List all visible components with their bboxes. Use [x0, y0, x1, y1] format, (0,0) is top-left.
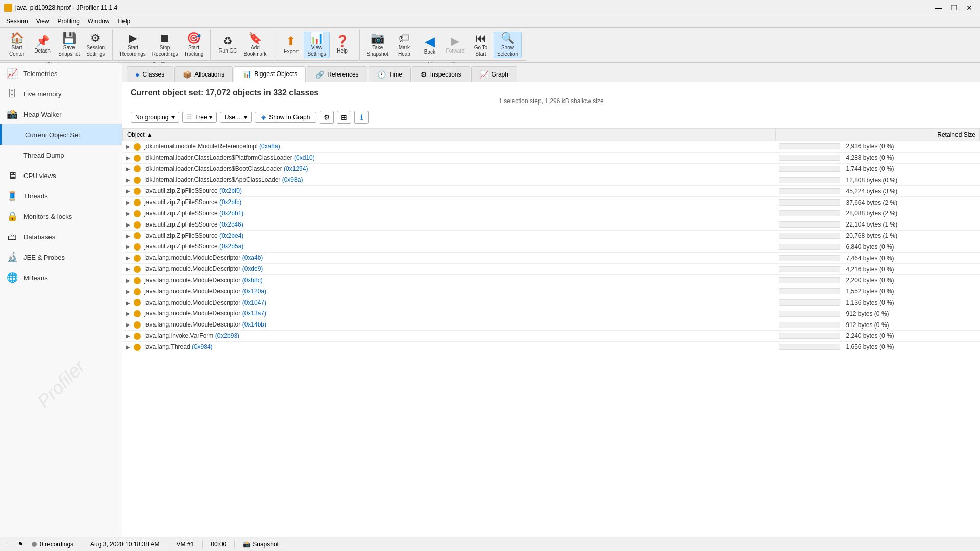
object-address: (0xde9)	[242, 265, 263, 272]
size-value: 2,200 bytes (0 %)	[846, 277, 894, 284]
column-retained-size[interactable]: Retained Size	[776, 129, 980, 141]
expand-icon[interactable]: ▶	[126, 155, 130, 161]
expand-icon[interactable]: ▶	[126, 199, 130, 205]
info-icon-button[interactable]: ℹ	[354, 111, 369, 124]
retained-size-cell: 2,200 bytes (0 %)	[776, 274, 980, 286]
menu-help[interactable]: Help	[114, 17, 135, 26]
take-snapshot-button[interactable]: 📷 TakeSnapshot	[364, 32, 391, 58]
back-button[interactable]: ◀ Back	[417, 32, 443, 58]
size-bar-background	[779, 322, 840, 328]
mark-heap-icon: 🏷	[399, 33, 410, 44]
filter-icon-button[interactable]: ⊞	[337, 111, 351, 124]
size-value: 4,216 bytes (0 %)	[846, 266, 894, 273]
object-table[interactable]: Object Retained Size ▶ jdk.internal.modu…	[122, 128, 980, 537]
expand-icon[interactable]: ▶	[126, 344, 130, 350]
sidebar-item-databases[interactable]: 🗃 Databases	[0, 227, 122, 247]
save-snapshot-button[interactable]: 💾 SaveSnapshot	[55, 32, 83, 58]
expand-icon[interactable]: ▶	[126, 222, 130, 228]
sidebar-item-jee-probes[interactable]: 🔬 JEE & Probes	[0, 247, 122, 267]
sidebar-item-monitors-locks[interactable]: 🔒 Monitors & locks	[0, 206, 122, 227]
snapshot-button[interactable]: 📸 Snapshot	[243, 541, 279, 548]
start-center-button[interactable]: 🏠 StartCenter	[4, 32, 30, 58]
use-button[interactable]: Use ... ▾	[220, 112, 252, 123]
size-bar-background	[779, 277, 840, 283]
tab-biggest-objects[interactable]: 📊 Biggest Objects	[234, 66, 306, 82]
start-tracking-button[interactable]: 🎯 StartTracking	[181, 32, 206, 58]
sidebar-item-threads[interactable]: 🧵 Threads	[0, 186, 122, 206]
size-bar-background	[779, 177, 840, 183]
expand-icon[interactable]: ▶	[126, 278, 130, 283]
expand-icon[interactable]: ▶	[126, 211, 130, 216]
object-address: (0xa4b)	[242, 254, 263, 261]
expand-icon[interactable]: ▶	[126, 311, 130, 316]
expand-icon[interactable]: ▶	[126, 233, 130, 239]
tab-time[interactable]: 🕐 Time	[369, 66, 411, 82]
sidebar-item-heap-walker[interactable]: 📸 Heap Walker	[0, 104, 122, 124]
object-name: java.util.zip.ZipFile$Source	[144, 221, 217, 228]
retained-size-cell: 1,136 bytes (0 %)	[776, 297, 980, 308]
tab-graph[interactable]: 📈 Graph	[471, 66, 517, 82]
thread-dump-icon	[6, 149, 18, 161]
minimize-button[interactable]: —	[932, 1, 945, 14]
take-snapshot-icon: 📷	[371, 33, 384, 44]
size-value: 20,768 bytes (1 %)	[846, 232, 898, 239]
settings-icon-button[interactable]: ⚙	[320, 111, 334, 124]
view-mode-dropdown[interactable]: ☰ Tree ▾	[182, 112, 216, 123]
size-bar-background	[779, 143, 840, 149]
close-button[interactable]: ✕	[963, 1, 976, 14]
object-cell: ▶ java.util.zip.ZipFile$Source (0x2c46)	[123, 219, 776, 230]
run-gc-button[interactable]: ♻ Run GC	[215, 32, 240, 58]
sidebar-item-current-object-set[interactable]: Current Object Set	[0, 124, 122, 145]
mark-heap-button[interactable]: 🏷 MarkHeap	[391, 32, 417, 58]
maximize-button[interactable]: ❐	[947, 1, 961, 14]
expand-icon[interactable]: ▶	[126, 144, 130, 149]
size-bar-background	[779, 255, 840, 261]
expand-icon[interactable]: ▶	[126, 300, 130, 306]
tab-allocations[interactable]: 📦 Allocations	[174, 66, 233, 82]
sidebar-item-mbeans[interactable]: 🌐 MBeans	[0, 267, 122, 288]
expand-icon[interactable]: ▶	[126, 177, 130, 183]
column-object[interactable]: Object	[123, 129, 776, 141]
export-button[interactable]: ⬆ Export	[278, 32, 304, 58]
tab-classes[interactable]: ● Classes	[127, 66, 173, 82]
expand-icon[interactable]: ▶	[126, 333, 130, 339]
export-group-label	[274, 60, 359, 63]
expand-icon[interactable]: ▶	[126, 188, 130, 194]
expand-icon[interactable]: ▶	[126, 266, 130, 272]
expand-icon[interactable]: ▶	[126, 244, 130, 249]
expand-icon[interactable]: ▶	[126, 322, 130, 328]
retained-size-cell: 45,224 bytes (3 %)	[776, 186, 980, 197]
object-name: jdk.internal.module.ModuleReferenceImpl	[144, 143, 257, 150]
add-recording-button[interactable]: +	[6, 541, 10, 548]
forward-button[interactable]: ▶ Forward	[443, 32, 468, 58]
view-settings-icon: 📊	[310, 33, 324, 44]
view-settings-button[interactable]: 📊 ViewSettings	[304, 32, 329, 58]
show-in-graph-button[interactable]: ◈ Show In Graph	[255, 112, 316, 123]
size-bar-background	[779, 221, 840, 228]
detach-button[interactable]: 📌 Detach	[30, 32, 55, 58]
help-button[interactable]: ❓ Help	[330, 32, 355, 58]
menu-profiling[interactable]: Profiling	[54, 17, 84, 26]
flag-button[interactable]: ⚑	[18, 541, 23, 548]
sidebar-item-telemetries[interactable]: 📈 Telemetries	[0, 63, 122, 84]
expand-icon[interactable]: ▶	[126, 255, 130, 261]
expand-icon[interactable]: ▶	[126, 166, 130, 172]
show-selection-button[interactable]: 🔍 ShowSelection	[494, 32, 522, 58]
expand-icon[interactable]: ▶	[126, 289, 130, 294]
object-cell: ▶ java.util.zip.ZipFile$Source (0x2b5a)	[123, 241, 776, 253]
add-bookmark-button[interactable]: 🔖 AddBookmark	[240, 32, 270, 58]
go-to-start-button[interactable]: ⏮ Go ToStart	[468, 32, 494, 58]
tab-inspections[interactable]: ⚙ Inspections	[412, 66, 470, 82]
menu-window[interactable]: Window	[84, 17, 114, 26]
menu-view[interactable]: View	[32, 17, 54, 26]
size-bar-background	[779, 199, 840, 206]
tab-references[interactable]: 🔗 References	[307, 66, 367, 82]
menu-session[interactable]: Session	[2, 17, 32, 26]
sidebar-item-thread-dump[interactable]: Thread Dump	[0, 145, 122, 165]
session-settings-button[interactable]: ⚙ SessionSettings	[83, 32, 108, 58]
sidebar-item-live-memory[interactable]: 🗄 Live memory	[0, 84, 122, 104]
stop-recordings-button[interactable]: ⏹ StopRecordings	[149, 32, 181, 58]
start-recordings-button[interactable]: ▶ StartRecordings	[117, 32, 149, 58]
grouping-dropdown[interactable]: No grouping ▾	[131, 112, 179, 123]
sidebar-item-cpu-views[interactable]: 🖥 CPU views	[0, 165, 122, 186]
